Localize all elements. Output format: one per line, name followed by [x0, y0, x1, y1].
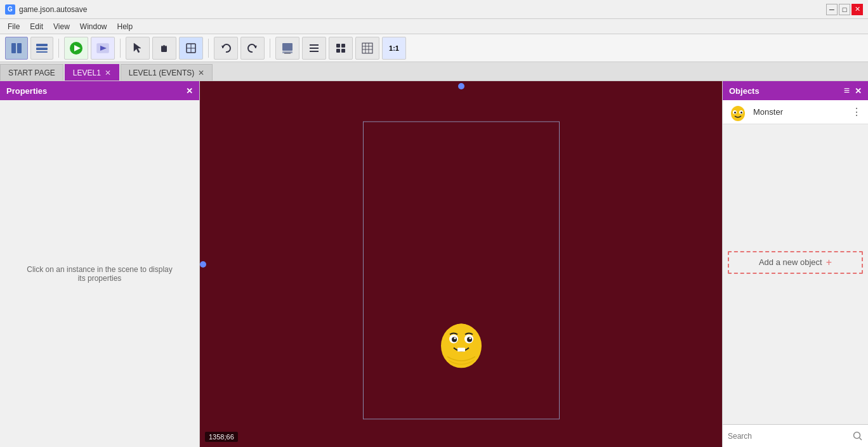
tab-level1-label: LEVEL1 — [73, 68, 101, 77]
toolbar: 1:1 — [0, 34, 868, 62]
scene-monster-sprite[interactable] — [436, 311, 487, 378]
objects-header-controls: ≡ ✕ — [844, 85, 862, 96]
zoom-button[interactable]: 1:1 — [382, 37, 406, 60]
scene-handle-left[interactable] — [200, 261, 206, 268]
list-view-button[interactable] — [302, 37, 326, 60]
svg-rect-13 — [161, 49, 167, 52]
minimize-button[interactable]: ─ — [826, 4, 838, 15]
objects-title: Objects — [729, 86, 760, 96]
tab-start-page[interactable]: START PAGE — [0, 64, 63, 81]
svg-marker-9 — [134, 43, 141, 53]
zoom-label: 1:1 — [389, 44, 399, 52]
scene-preview-button[interactable] — [91, 37, 115, 60]
svg-point-46 — [734, 112, 736, 113]
properties-title: Properties — [6, 86, 47, 96]
main-layout: Properties ✕ Click on an instance in the… — [0, 81, 868, 447]
tab-start-page-label: START PAGE — [8, 68, 55, 77]
menu-window[interactable]: Window — [75, 21, 112, 32]
tab-level1-events-close[interactable]: ✕ — [198, 68, 204, 77]
edit-tool-button[interactable] — [179, 37, 203, 60]
svg-point-47 — [740, 112, 742, 113]
svg-point-48 — [854, 432, 860, 438]
properties-content: Click on an instance in the scene to dis… — [0, 100, 199, 447]
svg-rect-4 — [36, 51, 48, 53]
tabs-bar: START PAGE LEVEL1 ✕ LEVEL1 (EVENTS) ✕ — [0, 62, 868, 81]
titlebar-left: G game.json.autosave — [5, 4, 87, 15]
scene-canvas — [200, 81, 722, 447]
maximize-button[interactable]: □ — [839, 4, 850, 15]
svg-rect-19 — [282, 43, 293, 51]
svg-rect-22 — [310, 44, 319, 46]
tab-level1-events-label: LEVEL1 (EVENTS) — [129, 68, 194, 77]
grid-view-button[interactable] — [329, 37, 353, 60]
svg-rect-28 — [341, 49, 345, 53]
svg-rect-29 — [362, 43, 372, 53]
tab-level1-events[interactable]: LEVEL1 (EVENTS) ✕ — [121, 64, 213, 81]
objects-search-input[interactable] — [728, 432, 849, 441]
svg-point-40 — [454, 337, 456, 339]
svg-point-43 — [731, 106, 745, 121]
coords-display: 1358;66 — [205, 432, 238, 442]
redo-button[interactable] — [240, 37, 265, 60]
objects-header: Objects ≡ ✕ — [723, 81, 868, 100]
menu-edit[interactable]: Edit — [25, 21, 48, 32]
svg-line-49 — [860, 437, 862, 440]
svg-rect-27 — [336, 49, 340, 53]
properties-panel: Properties ✕ Click on an instance in the… — [0, 81, 200, 447]
objects-panel-close-button[interactable]: ✕ — [855, 86, 862, 96]
properties-close-button[interactable]: ✕ — [186, 86, 193, 96]
toolbar-sep-3 — [208, 39, 209, 58]
svg-rect-0 — [11, 43, 16, 53]
properties-header: Properties ✕ — [0, 81, 199, 100]
publish-button[interactable] — [275, 37, 299, 60]
object-item-monster[interactable]: Monster ⋮ — [723, 100, 868, 124]
titlebar-controls: ─ □ ✕ — [826, 4, 863, 15]
play-button[interactable] — [64, 37, 88, 60]
objects-filter-button[interactable]: ≡ — [844, 85, 850, 96]
hand-tool-button[interactable] — [152, 37, 176, 60]
search-icon — [853, 431, 863, 441]
svg-rect-42 — [457, 348, 465, 352]
events-view-button[interactable] — [30, 37, 53, 60]
add-object-button[interactable]: Add a new object + — [728, 251, 863, 274]
menu-view[interactable]: View — [48, 21, 75, 32]
window-close-button[interactable]: ✕ — [852, 4, 863, 15]
svg-point-35 — [445, 324, 478, 360]
properties-empty-message: Click on an instance in the scene to dis… — [27, 265, 172, 283]
objects-search-bar — [723, 424, 868, 447]
pointer-tool-button[interactable] — [126, 37, 150, 60]
app-icon: G — [5, 4, 15, 15]
objects-panel: Objects ≡ ✕ Monster — [722, 81, 868, 447]
objects-spacer — [723, 278, 868, 425]
titlebar-title: game.json.autosave — [19, 5, 87, 14]
toolbar-sep-2 — [120, 39, 121, 58]
svg-rect-26 — [341, 44, 345, 48]
scene-area[interactable]: 1358;66 — [200, 81, 722, 447]
toolbar-sep-4 — [270, 39, 270, 58]
object-monster-menu-button[interactable]: ⋮ — [852, 106, 862, 118]
svg-rect-24 — [310, 51, 319, 52]
titlebar: G game.json.autosave ─ □ ✕ — [0, 0, 868, 19]
svg-rect-25 — [336, 44, 340, 48]
toolbar-sep-1 — [58, 39, 59, 58]
svg-point-41 — [469, 337, 471, 339]
svg-rect-1 — [17, 43, 22, 53]
object-monster-name: Monster — [753, 107, 845, 117]
scene-view-button[interactable] — [5, 37, 28, 60]
add-object-plus-icon: + — [826, 257, 832, 268]
svg-rect-3 — [36, 48, 48, 50]
tab-level1-close[interactable]: ✕ — [105, 68, 111, 77]
add-object-label: Add a new object — [759, 257, 822, 267]
object-monster-icon — [729, 103, 747, 121]
svg-rect-2 — [36, 44, 48, 46]
svg-rect-23 — [310, 48, 319, 49]
objects-list: Monster ⋮ — [723, 100, 868, 247]
menu-file[interactable]: File — [3, 21, 25, 32]
menubar: File Edit View Window Help — [0, 19, 868, 34]
tab-level1[interactable]: LEVEL1 ✕ — [65, 64, 119, 81]
menu-help[interactable]: Help — [112, 21, 138, 32]
toggle-grid-button[interactable] — [355, 37, 379, 60]
undo-button[interactable] — [214, 37, 238, 60]
scene-handle-top[interactable] — [458, 83, 464, 89]
